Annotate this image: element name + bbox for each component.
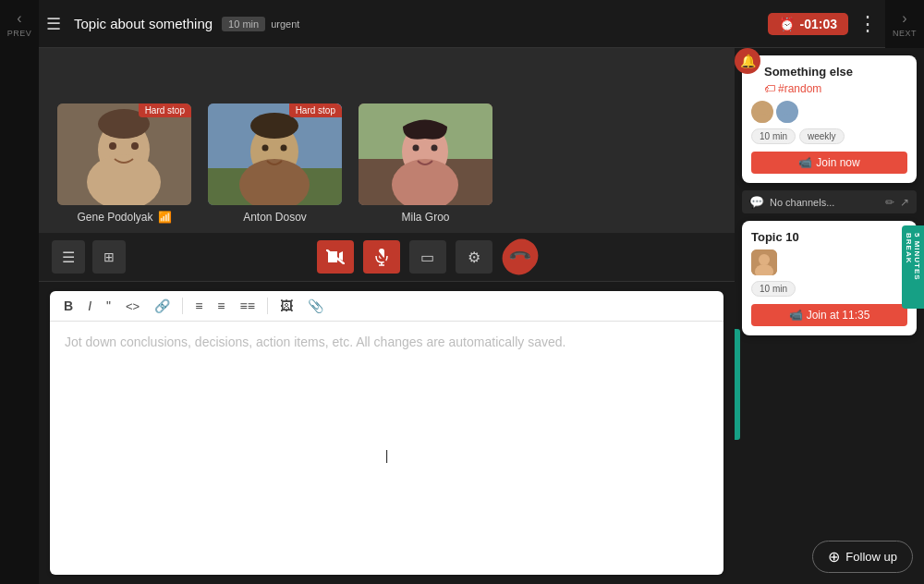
svg-point-4 [131,142,139,150]
hard-stop-badge-gene: Hard stop [139,103,191,117]
left-sidebar [0,48,39,584]
right-panel: 🔔 Something else 🏷 #random 10 min weekly… [735,48,924,584]
no-channels-row: 💬 No channels... ✏ ↗ [742,190,917,213]
svg-point-12 [281,145,287,152]
join-now-button[interactable]: 📹 Join now [751,152,907,174]
link-button[interactable]: 🔗 [150,297,175,315]
anton-name: Anton Dosov [243,211,307,224]
follow-up-plus-icon: ⊕ [828,548,840,566]
next-nav[interactable]: › NEXT [885,0,924,48]
badge-urgent: urgent [271,18,299,30]
card-something-else: 🔔 Something else 🏷 #random 10 min weekly… [742,55,917,183]
menu-icon[interactable]: ☰ [46,14,61,34]
card2-avatar [751,249,907,275]
svg-point-31 [759,254,770,265]
chat-icon: 💬 [749,195,764,209]
mic-toggle[interactable] [363,240,400,274]
mila-name: Mila Groo [401,211,449,224]
video-area: Hard stop Gene Podolyak � [39,48,735,233]
timer-badge: ⏰ -01:03 [768,13,848,35]
quote-button[interactable]: " [102,297,116,315]
italic-button[interactable]: I [83,297,96,315]
gene-name: Gene Podolyak 📶 [77,211,171,224]
bullet-list-button[interactable]: ≡ [190,297,207,315]
break-strip: 5 MINUTES BREAK [902,225,924,309]
participant-anton: Hard stop Anton Doso [208,103,342,224]
svg-point-11 [262,145,269,152]
camera-toggle[interactable] [317,240,354,274]
list-view-button[interactable]: ☰ [52,240,85,274]
text-cursor: | [385,448,389,463]
notes-content[interactable]: Jot down conclusions, decisions, action … [50,322,723,575]
badge-minutes: 10 min [222,17,265,31]
bold-button[interactable]: B [59,297,78,315]
more-button[interactable]: ⋮ [857,12,878,36]
svg-point-3 [109,142,116,150]
code-button[interactable]: <> [121,298,144,315]
svg-point-27 [753,114,772,123]
card-topic10: Topic 10 10 min 📹 Join at 11:35 [742,221,917,335]
clock-icon: ⏰ [779,17,795,31]
card1-badges: 10 min weekly [751,128,907,144]
numbered-list-button[interactable]: ≡ [213,297,229,315]
card1-channel: 🏷 #random [764,82,907,95]
prev-nav[interactable]: ‹ PREV [0,0,39,48]
svg-point-20 [432,145,438,152]
signal-icon: 📶 [158,211,172,224]
edit-icon[interactable]: ✏ [885,196,894,209]
attachment-button[interactable]: 📎 [303,297,328,315]
topic-title: Topic about something [74,16,213,31]
card2-title: Topic 10 [751,230,907,244]
hard-stop-badge-anton: Hard stop [289,103,342,117]
follow-up-button[interactable]: ⊕ Follow up [812,541,913,573]
notes-placeholder: Jot down conclusions, decisions, action … [65,335,565,349]
card2-badges: 10 min [751,281,907,297]
svg-point-19 [413,145,419,152]
indent-button[interactable]: ≡≡ [236,297,260,315]
grid-view-button[interactable]: ⊞ [92,240,126,274]
join-at-button[interactable]: 📹 Join at 11:35 [751,304,907,326]
card1-title: Something else [764,65,907,79]
settings-button[interactable]: ⚙ [456,240,492,274]
svg-point-29 [778,114,796,123]
external-icon[interactable]: ↗ [900,196,909,209]
image-button[interactable]: 🖼 [275,297,298,315]
notes-toolbar: B I " <> 🔗 ≡ ≡ ≡≡ 🖼 📎 [50,291,723,322]
notes-container: B I " <> 🔗 ≡ ≡ ≡≡ 🖼 📎 Jot down conclusio… [50,291,723,575]
participant-mila: Mila Groo [359,103,492,224]
participant-gene: Hard stop Gene Podolyak � [57,103,191,224]
end-call-button[interactable]: 📞 [495,232,545,282]
screen-share-button[interactable]: ▭ [409,240,446,274]
card1-avatars [751,101,907,123]
controls-bar: ☰ ⊞ [39,233,735,282]
